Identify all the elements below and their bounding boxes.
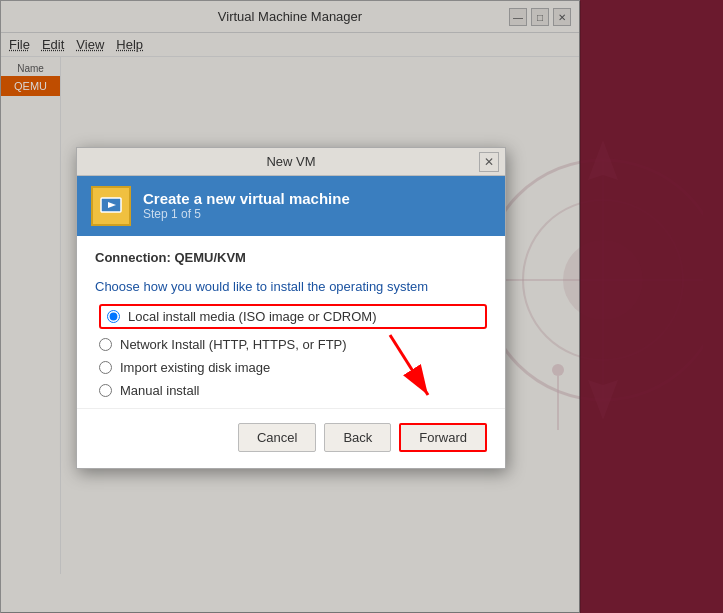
- dialog-header-title: Create a new virtual machine: [143, 190, 350, 207]
- radio-network[interactable]: [99, 338, 112, 351]
- dialog-titlebar: New VM ✕: [77, 148, 505, 176]
- option-manual-label: Manual install: [120, 383, 200, 398]
- choose-label: Choose how you would like to install the…: [95, 279, 487, 294]
- svg-rect-3: [105, 215, 117, 217]
- radio-manual[interactable]: [99, 384, 112, 397]
- option-import-disk[interactable]: Import existing disk image: [99, 360, 487, 375]
- dialog-close-button[interactable]: ✕: [479, 152, 499, 172]
- install-options: Local install media (ISO image or CDROM)…: [99, 304, 487, 398]
- dialog-title: New VM: [266, 154, 315, 169]
- dialog-overlay: New VM ✕ Create a new virtual machine St…: [1, 1, 581, 613]
- option-manual-install[interactable]: Manual install: [99, 383, 487, 398]
- dialog-body: Connection: QEMU/KVM Choose how you woul…: [77, 236, 505, 408]
- option-import-label: Import existing disk image: [120, 360, 270, 375]
- connection-info: Connection: QEMU/KVM: [95, 250, 487, 265]
- option-local-label: Local install media (ISO image or CDROM): [128, 309, 377, 324]
- radio-import[interactable]: [99, 361, 112, 374]
- dialog-header-step: Step 1 of 5: [143, 207, 350, 221]
- dialog-header: Create a new virtual machine Step 1 of 5: [77, 176, 505, 236]
- app-window: Virtual Machine Manager — □ ✕ File Edit …: [0, 0, 580, 613]
- svg-rect-2: [108, 213, 114, 215]
- radio-local[interactable]: [107, 310, 120, 323]
- vm-icon: [91, 186, 131, 226]
- back-button[interactable]: Back: [324, 423, 391, 452]
- cancel-button[interactable]: Cancel: [238, 423, 316, 452]
- dialog-footer: Cancel Back Forward: [77, 408, 505, 468]
- connection-label: Connection:: [95, 250, 171, 265]
- option-network-install[interactable]: Network Install (HTTP, HTTPS, or FTP): [99, 337, 487, 352]
- option-local-install[interactable]: Local install media (ISO image or CDROM): [99, 304, 487, 329]
- forward-button[interactable]: Forward: [399, 423, 487, 452]
- new-vm-dialog: New VM ✕ Create a new virtual machine St…: [76, 147, 506, 469]
- connection-value: QEMU/KVM: [174, 250, 246, 265]
- dialog-header-text: Create a new virtual machine Step 1 of 5: [143, 190, 350, 221]
- option-network-label: Network Install (HTTP, HTTPS, or FTP): [120, 337, 347, 352]
